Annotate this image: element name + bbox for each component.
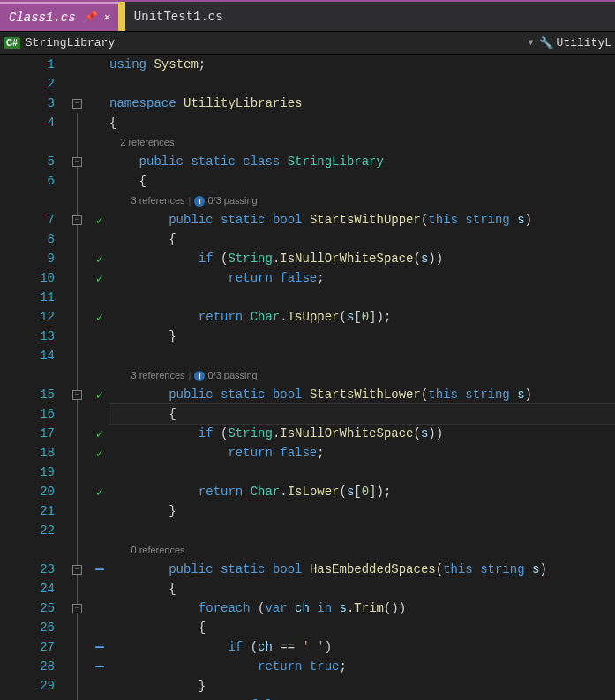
no-test-icon: — [95, 659, 104, 674]
tab-bar: Class1.cs 📌 ✕ UnitTest1.cs [0, 2, 615, 32]
fold-toggle[interactable]: − [72, 390, 82, 400]
navigation-bar: C# StringLibrary ▼ 🔧 UtilityL [0, 32, 615, 55]
line-number-gutter: 1 2 3 4 5 6 7 8 9 10 11 12 13 14 15 16 1… [0, 55, 64, 698]
fold-gutter: − − − − − − [64, 55, 90, 698]
test-pass-icon: ✓ [96, 388, 103, 403]
fold-toggle[interactable]: − [72, 604, 82, 613]
tab-class1[interactable]: Class1.cs 📌 ✕ [0, 2, 118, 31]
csharp-icon: C# [4, 37, 20, 49]
member-label: UtilityL [557, 36, 611, 49]
modified-indicator [118, 2, 125, 31]
test-pass-icon: ✓ [96, 213, 103, 228]
fold-toggle[interactable]: − [72, 215, 82, 225]
chevron-down-icon: ▼ [529, 38, 534, 48]
tab-label: UnitTest1.cs [134, 10, 223, 24]
fold-toggle[interactable]: − [72, 157, 82, 167]
code-area[interactable]: using System; namespace UtilityLibraries… [109, 55, 615, 698]
scope-label: StringLibrary [26, 36, 115, 49]
no-test-icon: — [95, 561, 104, 577]
codelens[interactable]: 2 references [109, 132, 615, 152]
test-pass-icon: ✓ [96, 271, 103, 286]
test-gutter: ✓ ✓ ✓ ✓ ✓ ✓ ✓ ✓ — — — — [90, 55, 109, 698]
codelens[interactable]: 0 references [109, 540, 615, 560]
no-test-icon: — [95, 639, 104, 655]
codelens[interactable]: 3 references|!0/3 passing [109, 365, 615, 385]
fold-toggle[interactable]: − [72, 99, 82, 109]
code-editor[interactable]: 1 2 3 4 5 6 7 8 9 10 11 12 13 14 15 16 1… [0, 55, 615, 698]
tab-label: Class1.cs [9, 11, 76, 25]
member-dropdown[interactable]: 🔧 UtilityL [539, 36, 611, 50]
test-pass-icon: ✓ [96, 310, 103, 325]
codelens[interactable]: 3 references|!0/3 passing [109, 191, 615, 210]
wrench-icon: 🔧 [539, 36, 553, 50]
test-pass-icon: ✓ [96, 446, 103, 461]
pin-icon[interactable]: 📌 [83, 11, 96, 24]
scope-dropdown[interactable]: StringLibrary ▼ [26, 36, 539, 49]
close-icon[interactable]: ✕ [103, 11, 109, 24]
fold-toggle[interactable]: − [72, 565, 82, 575]
test-status-icon: ! [194, 371, 205, 381]
test-pass-icon: ✓ [96, 485, 103, 500]
test-status-icon: ! [194, 196, 205, 207]
test-pass-icon: ✓ [96, 426, 103, 441]
tab-unittest1[interactable]: UnitTest1.cs [125, 2, 232, 31]
test-pass-icon: ✓ [96, 252, 103, 267]
